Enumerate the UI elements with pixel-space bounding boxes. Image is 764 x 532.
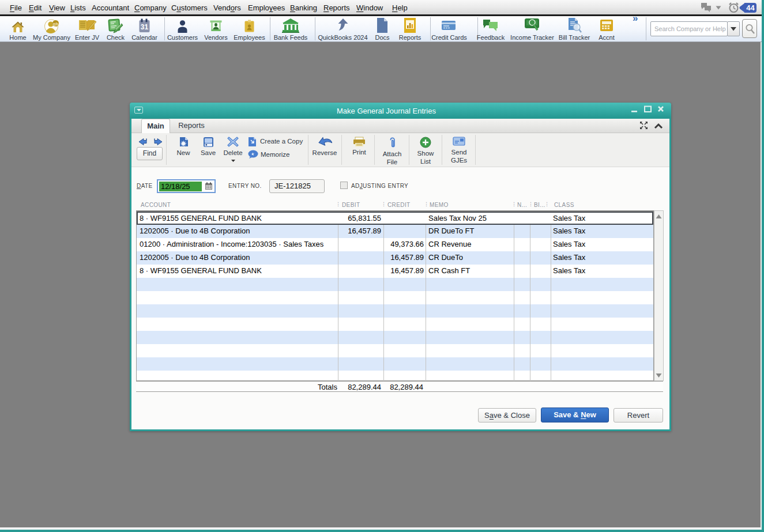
svg-text:qb: qb bbox=[53, 21, 59, 27]
svg-text:31: 31 bbox=[141, 23, 149, 31]
